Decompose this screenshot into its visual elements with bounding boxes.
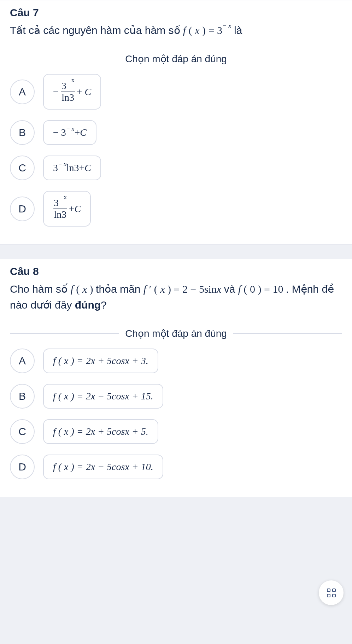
q7-option-b-box: − 3− x + C <box>43 120 96 145</box>
q7-text-pre: Tất cả các nguyên hàm của hàm số <box>10 24 183 36</box>
q8-divider-label: Chọn một đáp án đúng <box>125 328 227 339</box>
option-letter-d: D <box>10 197 35 221</box>
q8-text-qm: ? <box>101 299 107 311</box>
option-letter-c: C <box>10 419 35 444</box>
divider-line-right <box>233 333 342 334</box>
q8-text-mid1: thỏa mãn <box>96 283 143 295</box>
q8-option-b-box: f ( x ) = 2x − 5cosx + 15. <box>43 384 163 409</box>
q7-option-d-box: 3− x ln3 + C <box>43 191 91 227</box>
q8-option-b[interactable]: B f ( x ) = 2x − 5cosx + 15. <box>10 384 342 409</box>
question-7-card: Câu 7 Tất cả các nguyên hàm của hàm số f… <box>0 0 352 245</box>
q7-divider: Chọn một đáp án đúng <box>0 53 352 65</box>
option-letter-d: D <box>10 455 35 479</box>
q7-option-a[interactable]: A − 3− x ln3 + C <box>10 74 342 110</box>
question-8-header: Câu 8 Cho hàm số f ( x ) thỏa mãn f ′ ( … <box>0 259 352 321</box>
q8-answers: A f ( x ) = 2x + 5cosx + 3. B f ( x ) = … <box>0 349 352 497</box>
q7-divider-label: Chọn một đáp án đúng <box>125 53 227 65</box>
q8-option-d[interactable]: D f ( x ) = 2x − 5cosx + 10. <box>10 455 342 479</box>
q8-divider: Chọn một đáp án đúng <box>0 328 352 339</box>
q7-option-c-box: 3− xln3 + C <box>43 156 101 180</box>
q7-option-d[interactable]: D 3− x ln3 + C <box>10 191 342 227</box>
option-letter-b: B <box>10 120 35 145</box>
q8-option-a-box: f ( x ) = 2x + 5cosx + 3. <box>43 349 158 373</box>
q8-f0: f ( 0 ) = 10 <box>238 283 286 295</box>
q8-option-d-box: f ( x ) = 2x − 5cosx + 10. <box>43 455 163 479</box>
option-letter-c: C <box>10 156 35 180</box>
q7-option-b[interactable]: B − 3− x + C <box>10 120 342 145</box>
q8-option-c[interactable]: C f ( x ) = 2x + 5cosx + 5. <box>10 419 342 444</box>
q7-option-c[interactable]: C 3− xln3 + C <box>10 156 342 180</box>
option-letter-a: A <box>10 80 35 104</box>
option-letter-b: B <box>10 384 35 409</box>
q8-text-bold: đúng <box>75 299 101 311</box>
q8-text-mid2: và <box>224 283 238 295</box>
question-7-title: Câu 7 <box>10 7 342 19</box>
q8-fx: f ( x ) <box>70 283 96 295</box>
card-gap <box>0 245 352 259</box>
q7-text-post: là <box>234 24 242 36</box>
q7-fx: f ( x ) = 3 − x <box>183 24 234 36</box>
divider-line-right <box>233 59 342 59</box>
divider-line-left <box>10 333 119 334</box>
q8-option-c-box: f ( x ) = 2x + 5cosx + 5. <box>43 419 158 444</box>
q8-option-a[interactable]: A f ( x ) = 2x + 5cosx + 3. <box>10 349 342 373</box>
q7-answers: A − 3− x ln3 + C B − 3− x + C C 3− xln3 … <box>0 74 352 244</box>
question-7-header: Câu 7 Tất cả các nguyên hàm của hàm số f… <box>0 0 352 47</box>
question-7-text: Tất cả các nguyên hàm của hàm số f ( x )… <box>10 22 342 38</box>
question-8-card: Câu 8 Cho hàm số f ( x ) thỏa mãn f ′ ( … <box>0 259 352 497</box>
q7-option-a-box: − 3− x ln3 + C <box>43 74 101 110</box>
divider-line-left <box>10 59 119 59</box>
option-letter-a: A <box>10 349 35 373</box>
question-8-title: Câu 8 <box>10 265 342 277</box>
q8-text-pre: Cho hàm số <box>10 283 70 295</box>
q8-fprime: f ′ ( x ) = 2 − 5sinx <box>143 283 224 295</box>
question-8-text: Cho hàm số f ( x ) thỏa mãn f ′ ( x ) = … <box>10 281 342 313</box>
